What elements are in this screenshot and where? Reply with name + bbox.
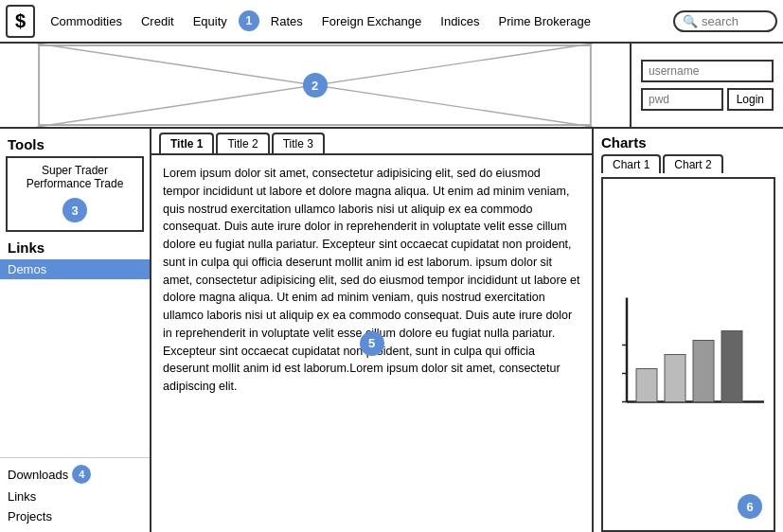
tools-line-1: Super Trader [42, 164, 108, 177]
password-input[interactable] [641, 88, 723, 111]
charts-panel: Charts Chart 1 Chart 2 [594, 129, 783, 532]
sidebar-item-projects[interactable]: Projects [0, 506, 150, 526]
tabs-row: Title 1 Title 2 Title 3 [151, 129, 592, 155]
chart-tabs-row: Chart 1 Chart 2 [594, 154, 783, 173]
nav-item-commodities[interactable]: Commodities [41, 10, 132, 32]
nav-item-rates[interactable]: Rates [261, 10, 312, 32]
search-box: 🔍 [673, 10, 777, 32]
sidebar-item-demos[interactable]: Demos [0, 259, 150, 279]
tab-title-1[interactable]: Title 1 [159, 133, 214, 153]
search-icon: 🔍 [683, 14, 698, 28]
nav-item-forex[interactable]: Foreign Exchange [312, 10, 432, 32]
svg-rect-9 [693, 341, 714, 402]
username-input[interactable] [641, 60, 774, 82]
navbar: $ Commodities Credit Equity 1 Rates Fore… [0, 0, 783, 44]
search-input[interactable] [702, 14, 768, 28]
content-text: Lorem ipsum dolor sit amet, consectetur … [163, 165, 580, 396]
login-panel: Login [632, 44, 783, 127]
sidebar-spacer [0, 339, 150, 457]
charts-title: Charts [594, 133, 783, 154]
tools-badge-3: 3 [62, 198, 87, 222]
sidebar-bottom: Downloads 4 Links Projects [0, 457, 150, 526]
downloads-badge-4: 4 [72, 465, 91, 484]
nav-item-indices[interactable]: Indices [431, 10, 489, 32]
login-row: Login [641, 88, 774, 111]
tools-line-2: Performance Trade [27, 177, 124, 190]
tab-title-2[interactable]: Title 2 [216, 133, 269, 153]
content-badge-5: 5 [360, 331, 384, 356]
svg-rect-8 [665, 355, 685, 402]
svg-rect-7 [636, 369, 657, 402]
downloads-label: Downloads [8, 468, 68, 482]
links-label: Links [8, 489, 36, 504]
tools-box: Super Trader Performance Trade 3 [6, 156, 144, 232]
links-title: Links [0, 232, 150, 259]
nav-item-prime[interactable]: Prime Brokerage [489, 10, 601, 32]
nav-item-credit[interactable]: Credit [132, 10, 184, 32]
banner-row: 2 Login [0, 44, 783, 129]
sidebar: Tools Super Trader Performance Trade 3 L… [0, 129, 151, 532]
content-area: Lorem ipsum dolor sit amet, consectetur … [151, 155, 592, 532]
projects-label: Projects [8, 509, 52, 523]
nav-logo-button[interactable]: $ [6, 5, 35, 38]
nav-item-equity[interactable]: Equity [184, 10, 237, 32]
svg-rect-10 [721, 331, 742, 402]
nav-badge-1: 1 [239, 10, 259, 31]
sidebar-link-empty-2 [0, 299, 150, 319]
sidebar-link-empty-1 [0, 279, 150, 299]
main-row: Tools Super Trader Performance Trade 3 L… [0, 129, 783, 532]
sidebar-item-downloads[interactable]: Downloads 4 [0, 462, 150, 487]
chart-badge-6: 6 [738, 494, 762, 519]
chart-tab-2[interactable]: Chart 2 [663, 154, 722, 173]
tab-title-3[interactable]: Title 3 [272, 133, 325, 153]
center-content: Title 1 Title 2 Title 3 Lorem ipsum dolo… [151, 129, 594, 532]
chart-tab-1[interactable]: Chart 1 [601, 154, 661, 173]
sidebar-item-links[interactable]: Links [0, 487, 150, 506]
sidebar-link-empty-3 [0, 319, 150, 339]
chart-area: 6 [601, 177, 775, 532]
banner-badge-2: 2 [303, 73, 328, 98]
tools-title: Tools [0, 134, 150, 156]
banner-image: 2 [0, 44, 632, 127]
login-button[interactable]: Login [727, 88, 774, 111]
